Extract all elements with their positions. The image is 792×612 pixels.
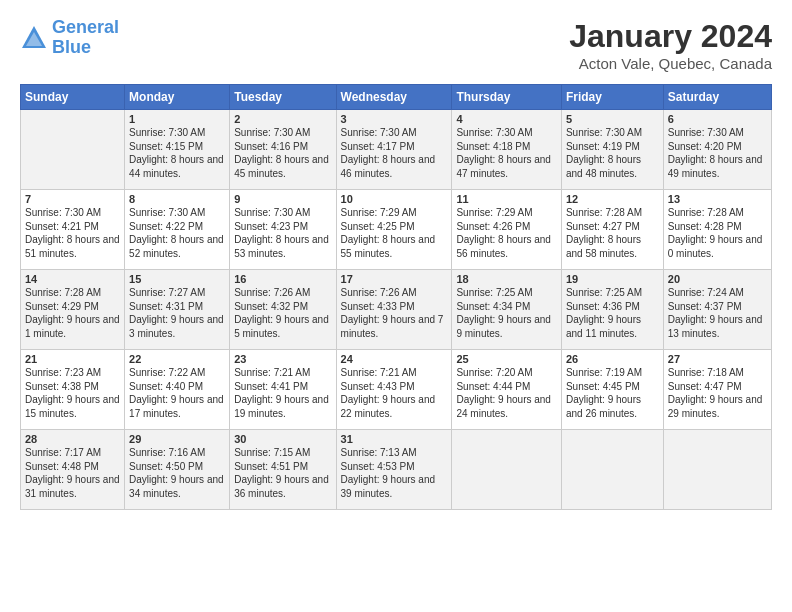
day-number: 17 (341, 273, 448, 285)
calendar-cell: 6 Sunrise: 7:30 AMSunset: 4:20 PMDayligh… (663, 110, 771, 190)
col-thursday: Thursday (452, 85, 562, 110)
day-info: Sunrise: 7:29 AMSunset: 4:26 PMDaylight:… (456, 206, 557, 260)
calendar-cell: 9 Sunrise: 7:30 AMSunset: 4:23 PMDayligh… (230, 190, 336, 270)
day-info: Sunrise: 7:28 AMSunset: 4:28 PMDaylight:… (668, 206, 767, 260)
day-info: Sunrise: 7:30 AMSunset: 4:19 PMDaylight:… (566, 126, 659, 180)
day-number: 7 (25, 193, 120, 205)
day-info: Sunrise: 7:30 AMSunset: 4:20 PMDaylight:… (668, 126, 767, 180)
calendar-cell (21, 110, 125, 190)
day-number: 20 (668, 273, 767, 285)
day-info: Sunrise: 7:28 AMSunset: 4:27 PMDaylight:… (566, 206, 659, 260)
day-number: 12 (566, 193, 659, 205)
calendar-cell: 30 Sunrise: 7:15 AMSunset: 4:51 PMDaylig… (230, 430, 336, 510)
calendar-cell: 14 Sunrise: 7:28 AMSunset: 4:29 PMDaylig… (21, 270, 125, 350)
day-number: 19 (566, 273, 659, 285)
day-info: Sunrise: 7:21 AMSunset: 4:43 PMDaylight:… (341, 366, 448, 420)
title-block: January 2024 Acton Vale, Quebec, Canada (569, 18, 772, 72)
day-info: Sunrise: 7:18 AMSunset: 4:47 PMDaylight:… (668, 366, 767, 420)
day-number: 11 (456, 193, 557, 205)
day-number: 6 (668, 113, 767, 125)
day-info: Sunrise: 7:26 AMSunset: 4:32 PMDaylight:… (234, 286, 331, 340)
calendar-cell: 17 Sunrise: 7:26 AMSunset: 4:33 PMDaylig… (336, 270, 452, 350)
day-number: 18 (456, 273, 557, 285)
day-info: Sunrise: 7:26 AMSunset: 4:33 PMDaylight:… (341, 286, 448, 340)
col-saturday: Saturday (663, 85, 771, 110)
calendar-cell: 16 Sunrise: 7:26 AMSunset: 4:32 PMDaylig… (230, 270, 336, 350)
day-info: Sunrise: 7:30 AMSunset: 4:15 PMDaylight:… (129, 126, 225, 180)
day-info: Sunrise: 7:29 AMSunset: 4:25 PMDaylight:… (341, 206, 448, 260)
logo: General Blue (20, 18, 119, 58)
day-info: Sunrise: 7:21 AMSunset: 4:41 PMDaylight:… (234, 366, 331, 420)
calendar-cell: 15 Sunrise: 7:27 AMSunset: 4:31 PMDaylig… (125, 270, 230, 350)
calendar-cell: 4 Sunrise: 7:30 AMSunset: 4:18 PMDayligh… (452, 110, 562, 190)
calendar-cell: 23 Sunrise: 7:21 AMSunset: 4:41 PMDaylig… (230, 350, 336, 430)
calendar-cell: 7 Sunrise: 7:30 AMSunset: 4:21 PMDayligh… (21, 190, 125, 270)
day-number: 31 (341, 433, 448, 445)
calendar-cell: 13 Sunrise: 7:28 AMSunset: 4:28 PMDaylig… (663, 190, 771, 270)
day-number: 2 (234, 113, 331, 125)
calendar-cell: 12 Sunrise: 7:28 AMSunset: 4:27 PMDaylig… (561, 190, 663, 270)
calendar-row: 7 Sunrise: 7:30 AMSunset: 4:21 PMDayligh… (21, 190, 772, 270)
main-container: General Blue January 2024 Acton Vale, Qu… (0, 0, 792, 520)
day-info: Sunrise: 7:16 AMSunset: 4:50 PMDaylight:… (129, 446, 225, 500)
calendar-cell: 18 Sunrise: 7:25 AMSunset: 4:34 PMDaylig… (452, 270, 562, 350)
day-number: 28 (25, 433, 120, 445)
col-tuesday: Tuesday (230, 85, 336, 110)
day-info: Sunrise: 7:27 AMSunset: 4:31 PMDaylight:… (129, 286, 225, 340)
day-info: Sunrise: 7:30 AMSunset: 4:17 PMDaylight:… (341, 126, 448, 180)
day-info: Sunrise: 7:25 AMSunset: 4:36 PMDaylight:… (566, 286, 659, 340)
day-info: Sunrise: 7:30 AMSunset: 4:21 PMDaylight:… (25, 206, 120, 260)
col-sunday: Sunday (21, 85, 125, 110)
day-info: Sunrise: 7:24 AMSunset: 4:37 PMDaylight:… (668, 286, 767, 340)
day-number: 5 (566, 113, 659, 125)
day-info: Sunrise: 7:28 AMSunset: 4:29 PMDaylight:… (25, 286, 120, 340)
logo-general: General (52, 17, 119, 37)
calendar-row: 1 Sunrise: 7:30 AMSunset: 4:15 PMDayligh… (21, 110, 772, 190)
day-number: 30 (234, 433, 331, 445)
day-number: 26 (566, 353, 659, 365)
calendar-cell (663, 430, 771, 510)
day-info: Sunrise: 7:22 AMSunset: 4:40 PMDaylight:… (129, 366, 225, 420)
day-number: 24 (341, 353, 448, 365)
calendar-cell: 27 Sunrise: 7:18 AMSunset: 4:47 PMDaylig… (663, 350, 771, 430)
day-info: Sunrise: 7:13 AMSunset: 4:53 PMDaylight:… (341, 446, 448, 500)
calendar-cell: 19 Sunrise: 7:25 AMSunset: 4:36 PMDaylig… (561, 270, 663, 350)
calendar-cell: 24 Sunrise: 7:21 AMSunset: 4:43 PMDaylig… (336, 350, 452, 430)
day-number: 29 (129, 433, 225, 445)
day-number: 1 (129, 113, 225, 125)
day-number: 25 (456, 353, 557, 365)
day-number: 9 (234, 193, 331, 205)
day-number: 14 (25, 273, 120, 285)
calendar-cell: 26 Sunrise: 7:19 AMSunset: 4:45 PMDaylig… (561, 350, 663, 430)
day-info: Sunrise: 7:30 AMSunset: 4:18 PMDaylight:… (456, 126, 557, 180)
calendar-cell: 25 Sunrise: 7:20 AMSunset: 4:44 PMDaylig… (452, 350, 562, 430)
day-info: Sunrise: 7:30 AMSunset: 4:23 PMDaylight:… (234, 206, 331, 260)
calendar-cell: 11 Sunrise: 7:29 AMSunset: 4:26 PMDaylig… (452, 190, 562, 270)
day-number: 15 (129, 273, 225, 285)
calendar-cell: 3 Sunrise: 7:30 AMSunset: 4:17 PMDayligh… (336, 110, 452, 190)
calendar-table: Sunday Monday Tuesday Wednesday Thursday… (20, 84, 772, 510)
day-number: 3 (341, 113, 448, 125)
day-info: Sunrise: 7:15 AMSunset: 4:51 PMDaylight:… (234, 446, 331, 500)
day-info: Sunrise: 7:20 AMSunset: 4:44 PMDaylight:… (456, 366, 557, 420)
col-monday: Monday (125, 85, 230, 110)
calendar-cell: 28 Sunrise: 7:17 AMSunset: 4:48 PMDaylig… (21, 430, 125, 510)
day-info: Sunrise: 7:23 AMSunset: 4:38 PMDaylight:… (25, 366, 120, 420)
day-info: Sunrise: 7:30 AMSunset: 4:22 PMDaylight:… (129, 206, 225, 260)
day-number: 21 (25, 353, 120, 365)
calendar-cell: 8 Sunrise: 7:30 AMSunset: 4:22 PMDayligh… (125, 190, 230, 270)
day-number: 10 (341, 193, 448, 205)
calendar-cell: 10 Sunrise: 7:29 AMSunset: 4:25 PMDaylig… (336, 190, 452, 270)
calendar-cell: 20 Sunrise: 7:24 AMSunset: 4:37 PMDaylig… (663, 270, 771, 350)
calendar-row: 21 Sunrise: 7:23 AMSunset: 4:38 PMDaylig… (21, 350, 772, 430)
col-friday: Friday (561, 85, 663, 110)
day-number: 13 (668, 193, 767, 205)
day-number: 22 (129, 353, 225, 365)
header-row: Sunday Monday Tuesday Wednesday Thursday… (21, 85, 772, 110)
calendar-cell: 5 Sunrise: 7:30 AMSunset: 4:19 PMDayligh… (561, 110, 663, 190)
day-info: Sunrise: 7:25 AMSunset: 4:34 PMDaylight:… (456, 286, 557, 340)
calendar-cell: 21 Sunrise: 7:23 AMSunset: 4:38 PMDaylig… (21, 350, 125, 430)
page-title: January 2024 (569, 18, 772, 55)
page-subtitle: Acton Vale, Quebec, Canada (569, 55, 772, 72)
day-number: 23 (234, 353, 331, 365)
